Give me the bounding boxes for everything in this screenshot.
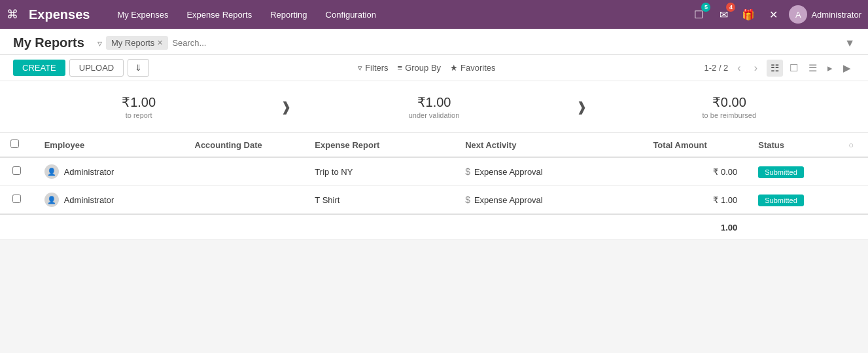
nav-menu: My Expenses Expense Reports Reporting Co… bbox=[109, 6, 683, 24]
nav-my-expenses[interactable]: My Expenses bbox=[109, 6, 176, 24]
total-amount-cell: 1.00 bbox=[642, 214, 748, 240]
row2-expense-report-cell: T Shirt bbox=[304, 186, 455, 215]
row2-accounting-date-cell bbox=[184, 186, 305, 215]
user-menu[interactable]: A Administrator bbox=[789, 5, 861, 24]
dollar-icon-2: $ bbox=[465, 195, 470, 205]
page-count: 1-2 / 2 bbox=[704, 63, 728, 73]
download-button[interactable]: ⇓ bbox=[128, 59, 149, 77]
row1-status-cell: Submitted bbox=[748, 157, 838, 186]
messages-icon-btn[interactable]: ✉ 4 bbox=[714, 5, 733, 24]
row2-checkbox-cell bbox=[0, 186, 34, 215]
dollar-icon: $ bbox=[465, 166, 470, 177]
under-validation-amount: ₹1.00 bbox=[308, 94, 559, 110]
filters-btn[interactable]: ▿ Filters bbox=[358, 63, 388, 73]
row1-activity: $ Expense Approval bbox=[465, 166, 632, 177]
search-settings-icon[interactable]: ▼ bbox=[844, 37, 855, 49]
next-page-btn[interactable]: › bbox=[750, 61, 761, 75]
expense-table: Employee Accounting Date Expense Report … bbox=[0, 133, 868, 240]
header-total-amount[interactable]: Total Amount bbox=[642, 133, 748, 157]
row2-checkbox[interactable] bbox=[12, 195, 21, 203]
favorites-btn[interactable]: ★ Favorites bbox=[450, 63, 495, 73]
row1-expense-report-cell: Trip to NY bbox=[304, 157, 455, 186]
search-input[interactable] bbox=[172, 38, 841, 48]
header-accounting-date[interactable]: Accounting Date bbox=[184, 133, 305, 157]
close-icon-btn[interactable]: ✕ bbox=[764, 5, 782, 24]
select-all-checkbox[interactable] bbox=[10, 139, 19, 148]
table-row[interactable]: 👤 Administrator T Shirt $ Expense Approv… bbox=[0, 186, 868, 215]
header-status[interactable]: Status bbox=[748, 133, 838, 157]
upload-button[interactable]: UPLOAD bbox=[69, 59, 124, 77]
table-row[interactable]: 👤 Administrator Trip to NY $ Expense App… bbox=[0, 157, 868, 186]
messages-badge: 4 bbox=[726, 3, 735, 12]
under-validation-summary: ₹1.00 under validation bbox=[295, 88, 572, 126]
filter-tag-my-reports: My Reports ✕ bbox=[106, 36, 168, 50]
header-extra[interactable]: ○ bbox=[838, 133, 868, 157]
row2-employee-avatar: 👤 bbox=[44, 193, 59, 207]
data-table-container: Employee Accounting Date Expense Report … bbox=[0, 133, 868, 240]
chart-view-btn[interactable]: ▸ bbox=[824, 60, 837, 77]
row2-status-cell: Submitted bbox=[748, 186, 838, 215]
table-total-row: 1.00 bbox=[0, 214, 868, 240]
header-checkbox-col bbox=[0, 133, 34, 157]
to-be-reimbursed-label: to be reimbursed bbox=[604, 111, 855, 119]
tasks-icon-btn[interactable]: ☐ 5 bbox=[689, 5, 708, 24]
kanban-view-btn[interactable]: ☐ bbox=[786, 60, 802, 77]
toolbar-center: ▿ Filters ≡ Group By ★ Favorites bbox=[358, 63, 495, 73]
grid-view-btn[interactable]: ☰ bbox=[805, 60, 821, 77]
to-be-reimbursed-summary: ₹0.00 to be reimbursed bbox=[591, 88, 868, 126]
row2-employee: 👤 Administrator bbox=[44, 193, 174, 207]
page-title-row: My Reports ▿ My Reports ✕ ▼ bbox=[13, 35, 855, 54]
row1-extra bbox=[838, 157, 868, 186]
column-settings-icon[interactable]: ○ bbox=[848, 140, 854, 150]
to-report-amount: ₹1.00 bbox=[13, 94, 264, 110]
grid-icon[interactable]: ⌘ bbox=[7, 7, 18, 22]
to-be-reimbursed-amount: ₹0.00 bbox=[604, 94, 855, 110]
filter-tag-close[interactable]: ✕ bbox=[157, 39, 163, 47]
nav-configuration[interactable]: Configuration bbox=[318, 6, 384, 24]
search-area: ▿ My Reports ✕ ▼ bbox=[97, 36, 855, 50]
row1-next-activity-cell: $ Expense Approval bbox=[455, 157, 642, 186]
gift-icon-btn[interactable]: 🎁 bbox=[739, 5, 757, 24]
group-by-btn[interactable]: ≡ Group By bbox=[398, 63, 442, 73]
row1-employee-avatar: 👤 bbox=[44, 164, 59, 179]
total-extra-cell bbox=[748, 214, 868, 240]
toolbar-right: 1-2 / 2 ‹ › ☷ ☐ ☰ ▸ ▶ bbox=[704, 60, 855, 77]
header-expense-report[interactable]: Expense Report bbox=[304, 133, 455, 157]
toolbar-left: CREATE UPLOAD ⇓ bbox=[13, 59, 149, 77]
summary-arrow-1: ❱ bbox=[277, 99, 295, 115]
summary-arrow-2: ❱ bbox=[573, 99, 591, 115]
settings-view-btn[interactable]: ▶ bbox=[839, 60, 855, 77]
row1-checkbox[interactable] bbox=[12, 166, 21, 175]
prev-page-btn[interactable]: ‹ bbox=[733, 61, 744, 75]
under-validation-label: under validation bbox=[308, 111, 559, 119]
row2-employee-cell: 👤 Administrator bbox=[34, 186, 184, 215]
header-next-activity[interactable]: Next Activity bbox=[455, 133, 642, 157]
create-button[interactable]: CREATE bbox=[13, 60, 65, 76]
user-name: Administrator bbox=[811, 10, 861, 20]
filter-funnel-icon: ▿ bbox=[358, 63, 362, 73]
nav-reporting[interactable]: Reporting bbox=[262, 6, 315, 24]
total-label-cell bbox=[0, 214, 642, 240]
user-avatar: A bbox=[789, 5, 807, 24]
nav-expense-reports[interactable]: Expense Reports bbox=[179, 6, 260, 24]
nav-right-section: ☐ 5 ✉ 4 🎁 ✕ A Administrator bbox=[689, 5, 861, 24]
row1-employee-cell: 👤 Administrator bbox=[34, 157, 184, 186]
view-toggle: ☷ ☐ ☰ ▸ ▶ bbox=[767, 60, 855, 77]
group-by-icon: ≡ bbox=[398, 63, 403, 73]
page-title: My Reports bbox=[13, 35, 84, 50]
row1-accounting-date-cell bbox=[184, 157, 305, 186]
summary-bar: ₹1.00 to report ❱ ₹1.00 under validation… bbox=[0, 81, 868, 133]
page-header: My Reports ▿ My Reports ✕ ▼ bbox=[0, 29, 868, 55]
to-report-summary: ₹1.00 to report bbox=[0, 88, 277, 126]
row2-total-amount-cell: ₹ 1.00 bbox=[642, 186, 748, 215]
table-header-row: Employee Accounting Date Expense Report … bbox=[0, 133, 868, 157]
top-navigation: ⌘ Expenses My Expenses Expense Reports R… bbox=[0, 0, 868, 29]
star-icon: ★ bbox=[450, 63, 458, 73]
list-view-btn[interactable]: ☷ bbox=[767, 60, 783, 77]
tasks-badge: 5 bbox=[701, 3, 710, 12]
row1-status-badge: Submitted bbox=[758, 166, 804, 178]
row2-extra bbox=[838, 186, 868, 215]
row2-next-activity-cell: $ Expense Approval bbox=[455, 186, 642, 215]
app-title: Expenses bbox=[29, 7, 90, 22]
header-employee[interactable]: Employee bbox=[34, 133, 184, 157]
